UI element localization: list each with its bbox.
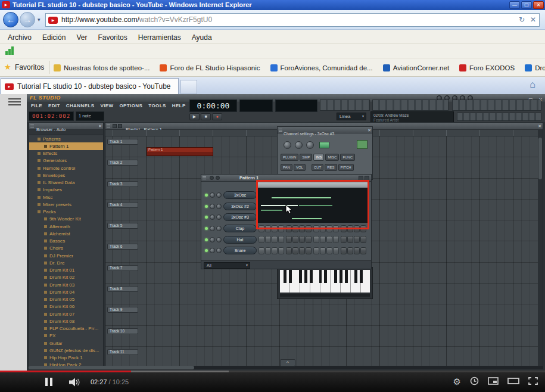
- channel-button[interactable]: Clap: [223, 225, 257, 232]
- browser-item[interactable]: Drum Kit 05: [29, 296, 103, 303]
- fl-menu-item[interactable]: CHANNELS: [63, 102, 98, 110]
- channel-settings-tab[interactable]: FUNC: [340, 154, 355, 161]
- browser-item[interactable]: Pattern 1: [29, 142, 103, 150]
- browser-item[interactable]: Guitar: [29, 340, 103, 347]
- minimize-button[interactable]: —: [509, 1, 520, 9]
- browser-item[interactable]: Mixer presets: [29, 201, 103, 208]
- tab-stub[interactable]: [180, 80, 197, 94]
- browser-item[interactable]: Impulses: [29, 186, 103, 194]
- track-name[interactable]: Track 2: [107, 160, 138, 166]
- browser-item[interactable]: Drum Kit 08: [29, 318, 103, 325]
- browser-item[interactable]: DJ Premier: [29, 252, 103, 259]
- channel-filter-select[interactable]: All▾: [204, 262, 250, 269]
- channel-volume-knob[interactable]: [216, 237, 222, 242]
- fl-menu-item[interactable]: HELP: [169, 102, 189, 110]
- track-name[interactable]: Track 4: [107, 202, 138, 208]
- track-name[interactable]: Track 5: [107, 223, 138, 229]
- news-banner[interactable]: 02/09: Andrew Maze Featured Artist: [370, 111, 454, 123]
- collapse-button[interactable]: ^: [280, 359, 295, 366]
- browser-item[interactable]: Generators: [29, 157, 103, 164]
- record-button[interactable]: ●: [212, 113, 222, 120]
- tab-active[interactable]: ▶ Tutorial FL studio 10 - dubstep basico…: [1, 78, 179, 94]
- channel-settings-tab[interactable]: SMP: [300, 154, 312, 161]
- snap-select[interactable]: Linea▾: [337, 113, 366, 120]
- fl-menu-item[interactable]: VIEW: [97, 102, 116, 110]
- menu-item[interactable]: Favoritos: [92, 32, 132, 43]
- close-button[interactable]: ✕: [533, 1, 544, 9]
- channel-button[interactable]: 3xOsc: [223, 191, 257, 199]
- favorites-star-icon[interactable]: ★: [4, 63, 11, 71]
- browser-item[interactable]: FLP Cosculluela - Prr...: [29, 325, 103, 332]
- stop-icon[interactable]: ✕: [530, 15, 536, 24]
- favorite-link[interactable]: Foro de FL Studio Hispasonic: [160, 64, 260, 71]
- track-row[interactable]: Track 9: [105, 304, 538, 325]
- pause-button[interactable]: [45, 378, 52, 386]
- channel-button[interactable]: 3xOsc #2: [223, 203, 257, 210]
- theater-mode-icon[interactable]: [507, 377, 519, 387]
- menu-item[interactable]: Archivo: [2, 32, 37, 43]
- browser-item[interactable]: FX: [29, 332, 103, 340]
- scrollbar-handle[interactable]: [29, 366, 194, 369]
- browser-item[interactable]: IL Shared Data: [29, 179, 103, 186]
- track-name[interactable]: Track 1: [107, 139, 138, 145]
- forward-button[interactable]: →: [20, 12, 35, 27]
- browser-item[interactable]: Drum Kit 06: [29, 303, 103, 310]
- fl-menu-item[interactable]: FILE: [28, 102, 45, 110]
- browser-item[interactable]: Basses: [29, 238, 103, 245]
- playlist-vertical-scrollbar[interactable]: [538, 130, 543, 369]
- param-button[interactable]: VOL: [294, 164, 306, 171]
- channel-volume-knob[interactable]: [216, 226, 222, 231]
- browser-item[interactable]: Misc: [29, 194, 103, 201]
- toolbar-icon-strip[interactable]: [372, 99, 449, 111]
- fl-browser-titlebar[interactable]: Browser - Auto ✕: [29, 123, 103, 130]
- toolbar-icon-strip[interactable]: [457, 113, 541, 121]
- channel-enable-led[interactable]: [205, 194, 208, 197]
- settings-gear-icon[interactable]: ⚙: [453, 377, 461, 387]
- browser-item[interactable]: Drum Kit 01: [29, 267, 103, 274]
- browser-item[interactable]: Drum Kit 03: [29, 281, 103, 288]
- param-button[interactable]: PAN: [281, 164, 292, 171]
- track-name[interactable]: Track 3: [107, 181, 138, 187]
- toolbar-icon-strip[interactable]: [320, 99, 370, 111]
- extension-icon[interactable]: [5, 46, 14, 55]
- track-name[interactable]: Track 11: [107, 349, 138, 355]
- piano-black-keys[interactable]: [280, 270, 370, 283]
- menu-item[interactable]: Ver: [71, 32, 92, 43]
- browser-item[interactable]: Patterns: [29, 135, 103, 142]
- track-name[interactable]: Track 9: [107, 307, 138, 313]
- browser-item[interactable]: Drum Kit 07: [29, 310, 103, 318]
- playlist-tool-icons[interactable]: [113, 124, 122, 128]
- browser-item[interactable]: Drum Kit 04: [29, 288, 103, 295]
- maximize-button[interactable]: ▢: [521, 1, 532, 9]
- play-button[interactable]: ▶: [189, 113, 200, 120]
- track-name[interactable]: Track 10: [107, 328, 138, 334]
- url-text[interactable]: http://www.youtube.com/watch?v=VvKzrF5gt…: [61, 15, 212, 24]
- volume-icon[interactable]: [69, 378, 81, 389]
- step-buttons[interactable]: [259, 247, 369, 254]
- channel-pan-knob[interactable]: [210, 226, 215, 231]
- channel-volume-knob[interactable]: [216, 214, 222, 220]
- close-icon[interactable]: ✕: [368, 127, 371, 133]
- channel-pan-knob[interactable]: [210, 204, 215, 209]
- channel-button[interactable]: Snare: [223, 247, 257, 254]
- favorite-link[interactable]: Foro EXODOS: [459, 64, 515, 71]
- channel-pan-knob[interactable]: [210, 192, 215, 198]
- menu-item[interactable]: Edición: [37, 32, 71, 43]
- toolbar-icon-strip[interactable]: [452, 99, 541, 111]
- channel-volume-knob[interactable]: [216, 192, 222, 198]
- pan-knob[interactable]: [284, 141, 291, 149]
- fl-menu-item[interactable]: EDIT: [45, 102, 63, 110]
- refresh-icon[interactable]: ↻: [519, 15, 525, 24]
- channel-settings-tab[interactable]: MISC: [325, 154, 339, 161]
- channel-settings-titlebar[interactable]: Channel settings - 3xOsc #3 ✕: [278, 127, 372, 133]
- scrollbar-handle[interactable]: [538, 138, 542, 179]
- volume-knob[interactable]: [295, 141, 303, 149]
- close-icon[interactable]: ✕: [538, 123, 541, 129]
- pitch-knob[interactable]: [306, 141, 314, 149]
- channel-pan-knob[interactable]: [210, 248, 215, 253]
- track-name[interactable]: Track 6: [107, 244, 138, 250]
- channel-settings-tab[interactable]: PLUGIN: [281, 154, 298, 161]
- favorite-link[interactable]: AviationCorner.net: [383, 64, 449, 71]
- track-name[interactable]: Track 7: [107, 265, 138, 271]
- menu-item[interactable]: Ayuda: [186, 32, 217, 43]
